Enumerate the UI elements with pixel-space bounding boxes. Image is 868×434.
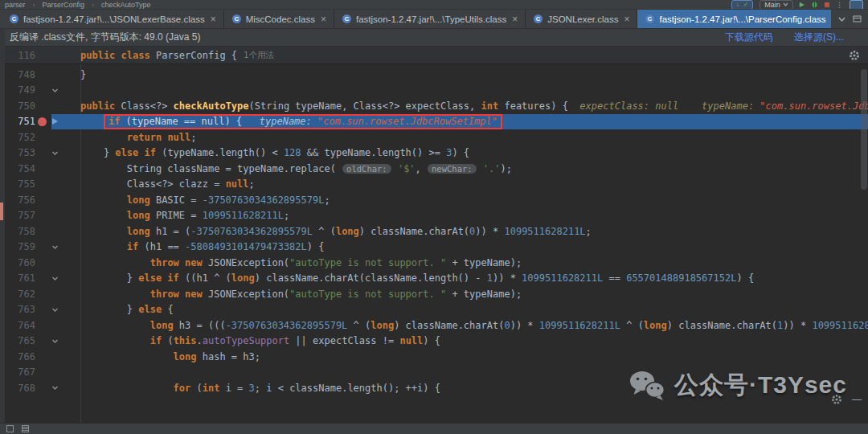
code-line-row[interactable]: 761 } else if ((h1 ^ (long) className.ch…: [0, 271, 868, 287]
code-line-row[interactable]: 760 throw new JSONException("autoType is…: [0, 255, 868, 271]
code-line-row[interactable]: 762 throw new JSONException("autoType is…: [0, 286, 868, 302]
code-segment: {: [231, 50, 237, 61]
code-line[interactable]: long PRIME = 1099511628211L;: [80, 210, 868, 221]
code-segment: public: [80, 100, 121, 112]
code-line[interactable]: throw new JSONException("autoType is not…: [80, 257, 868, 268]
code-line[interactable]: throw new JSONException("autoType is not…: [80, 289, 868, 300]
debug-icon[interactable]: [811, 1, 818, 8]
hidden-tabs-chevron-icon[interactable]: [837, 16, 846, 23]
choose-sources-link[interactable]: 选择源(S)...: [794, 31, 844, 44]
code-segment: [80, 383, 174, 394]
editor-options-icon[interactable]: [853, 15, 862, 23]
run-icon[interactable]: ▶: [800, 1, 805, 9]
code-segment: typeName:: [702, 100, 760, 112]
code-line-row[interactable]: 748}: [0, 67, 868, 83]
fold-chevron-icon[interactable]: [48, 244, 61, 251]
line-number: 751: [0, 116, 35, 127]
editor-tab[interactable]: Cfastjson-1.2.47.jar!\...\TypeUtils.clas…: [334, 10, 526, 28]
fold-chevron-icon[interactable]: [48, 87, 61, 94]
code-segment: ) className.charAt(: [359, 226, 469, 237]
breadcrumb-item[interactable]: ParserConfig: [43, 1, 85, 9]
fold-chevron-icon[interactable]: [48, 149, 61, 157]
code-line-row[interactable]: 756 long BASIC = -3750763034362895579L;: [0, 192, 868, 208]
vcs-actions-group[interactable]: ↓ ✓: [731, 0, 754, 10]
close-tab-icon[interactable]: ×: [624, 14, 629, 25]
code-line[interactable]: if (typeName == null) { typeName: "com.s…: [80, 114, 868, 129]
vcs-update-icon[interactable]: ↓: [736, 1, 739, 9]
code-line[interactable]: return null;: [80, 132, 868, 143]
editor-tab[interactable]: CMiscCodec.class×: [224, 10, 334, 28]
download-sources-link[interactable]: 下载源代码: [725, 31, 773, 44]
breakpoint-slot[interactable]: [35, 117, 48, 126]
code-segment: ) {: [307, 241, 325, 252]
code-line-row[interactable]: 757 long PRIME = 1099511628211L;: [0, 208, 868, 224]
red-annotation-box: if (typeName == null) { typeName: "com.s…: [104, 114, 502, 129]
code-segment: "com.sun.rowset.JdbcRowSetImpl": [760, 100, 868, 112]
sticky-settings-gear-icon[interactable]: [849, 50, 860, 63]
code-line-row[interactable]: 763 } else {: [0, 302, 868, 318]
code-line-row[interactable]: 750public Class<?> checkAutoType(String …: [0, 98, 868, 114]
code-line[interactable]: long hash = h3;: [80, 351, 868, 362]
code-line[interactable]: } else if ((h1 ^ (long) className.charAt…: [80, 272, 868, 284]
close-tab-icon[interactable]: ×: [512, 14, 518, 25]
code-line[interactable]: } else {: [80, 304, 868, 315]
code-segment: 128: [284, 147, 301, 158]
code-line[interactable]: long h1 = (-3750763034362895579L ^ (long…: [80, 226, 868, 237]
code-line-row[interactable]: 759 if (h1 == -5808493101479473382L) {: [0, 240, 868, 256]
code-line[interactable]: if (this.autoTypeSupport || expectClass …: [80, 335, 868, 346]
fold-chevron-icon[interactable]: [48, 338, 61, 345]
code-line-row[interactable]: 752 return null;: [0, 129, 868, 145]
code-segment: h1 = (: [156, 226, 190, 237]
more-actions-icon[interactable]: ⋮: [836, 1, 843, 9]
fold-chevron-icon[interactable]: [48, 306, 61, 313]
usage-hint[interactable]: 1个用法: [244, 50, 274, 61]
code-line[interactable]: if (h1 == -5808493101479473382L) {: [80, 241, 868, 252]
vertical-scrollbar[interactable]: [861, 69, 867, 190]
code-line-row[interactable]: 753 } else if (typeName.length() < 128 &…: [0, 145, 868, 162]
code-line-row[interactable]: 766 long hash = h3;: [0, 349, 868, 365]
code-line-row[interactable]: 758 long h1 = (-3750763034362895579L ^ (…: [0, 223, 868, 240]
code-segment: -3750763034362895579L: [203, 194, 325, 206]
code-line[interactable]: long BASIC = -3750763034362895579L;: [80, 194, 868, 206]
minimize-icon[interactable]: —: [852, 394, 862, 405]
editor-tab[interactable]: Cfastjson-1.2.47.jar!\...\JSONLexerBase.…: [2, 10, 224, 28]
code-editor[interactable]: 748}749750public Class<?> checkAutoType(…: [0, 64, 868, 423]
code-segment: else if: [138, 272, 185, 284]
fold-chevron-icon[interactable]: [48, 275, 61, 282]
run-config-select[interactable]: Main: [760, 0, 793, 10]
code-segment: throw new: [150, 289, 208, 300]
code-line[interactable]: Class<?> clazz = null;: [80, 178, 868, 190]
code-line-row[interactable]: 751 if (typeName == null) { typeName: "c…: [0, 114, 868, 130]
breakpoint-icon[interactable]: [38, 117, 47, 126]
code-line[interactable]: public Class<?> checkAutoType(String typ…: [80, 100, 868, 112]
layout-icon[interactable]: [22, 425, 29, 432]
breadcrumb-item[interactable]: parser: [5, 1, 26, 9]
code-line-row[interactable]: 754 String className = typeName.replace(…: [0, 161, 868, 177]
code-line[interactable]: String className = typeName.replace( old…: [80, 163, 868, 174]
gear-icon[interactable]: [831, 394, 842, 405]
code-line-row[interactable]: 749: [0, 83, 868, 99]
code-line-row[interactable]: 755 Class<?> clazz = null;: [0, 177, 868, 193]
line-number: 763: [0, 304, 35, 315]
editor-tab[interactable]: CJSONLexer.class×: [526, 10, 637, 28]
code-segment: )) *: [510, 320, 539, 331]
code-line-row[interactable]: 764 long h3 = (((-3750763034362895579L ^…: [0, 317, 868, 334]
editor-tab[interactable]: Cfastjson-1.2.47.jar!\...\ParserConfig.c…: [637, 10, 831, 28]
tool-window-button[interactable]: [850, 0, 863, 10]
code-line[interactable]: } else if (typeName.length() < 128 && ty…: [80, 147, 868, 158]
sticky-header-line[interactable]: 116 public class ParserConfig {1个用法: [0, 47, 868, 64]
breadcrumb-item[interactable]: checkAutoType: [101, 1, 151, 9]
stop-icon[interactable]: [825, 2, 829, 7]
code-line[interactable]: }: [80, 69, 868, 80]
code-line-row[interactable]: 765 if (this.autoTypeSupport || expectCl…: [0, 334, 868, 350]
code-segment: ) {: [736, 272, 754, 284]
code-area[interactable]: 748}749750public Class<?> checkAutoType(…: [0, 67, 868, 396]
close-tab-icon[interactable]: ×: [211, 14, 216, 25]
code-segment: || expectClass !=: [289, 335, 399, 346]
vcs-commit-icon[interactable]: ✓: [743, 1, 749, 9]
toolwindow-toggle-icon[interactable]: [6, 425, 14, 432]
code-line[interactable]: long h3 = (((-3750763034362895579L ^ (lo…: [80, 320, 868, 331]
code-segment: "autoType is not support. ": [289, 257, 446, 268]
fold-chevron-icon[interactable]: [48, 384, 61, 391]
close-tab-icon[interactable]: ×: [321, 14, 326, 25]
